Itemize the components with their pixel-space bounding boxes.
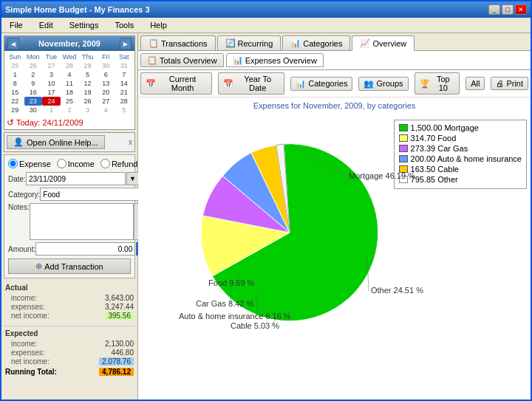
cal-day-16[interactable]: 16 [24, 88, 43, 97]
cal-day-3dec[interactable]: 3 [78, 106, 97, 114]
cal-day-5dec[interactable]: 5 [115, 106, 133, 114]
groups-icon: 👥 [364, 79, 374, 89]
cal-day-27[interactable]: 27 [97, 97, 115, 106]
cal-day-25[interactable]: 25 [61, 97, 79, 106]
cal-day-18[interactable]: 18 [61, 88, 79, 97]
add-transaction-button[interactable]: ⊕ Add Transaction [8, 258, 131, 274]
expected-income-label: income: [5, 340, 37, 348]
cal-day-28oct[interactable]: 28 [61, 61, 79, 70]
cal-day-12[interactable]: 12 [78, 79, 97, 88]
cal-day-23[interactable]: 23 [24, 97, 43, 106]
notes-row: Notes: [8, 203, 131, 240]
groups-button[interactable]: 👥 Groups [358, 77, 408, 91]
radio-refund[interactable]: Refund [100, 159, 137, 168]
cal-day-6[interactable]: 6 [97, 70, 115, 79]
transactions-icon: 📋 [149, 38, 159, 48]
maximize-button[interactable]: □ [502, 4, 514, 15]
overview-icon: 📈 [360, 38, 370, 48]
categories-button[interactable]: 📊 Categories [290, 77, 352, 91]
cal-day-7[interactable]: 7 [115, 70, 133, 79]
cal-day-29[interactable]: 29 [6, 106, 24, 114]
cal-day-4[interactable]: 4 [61, 70, 79, 79]
date-label: Date: [8, 175, 26, 183]
cal-day-9[interactable]: 9 [24, 79, 43, 88]
expected-income-value: 2,130.00 [105, 340, 134, 348]
cal-day-30oct[interactable]: 30 [97, 61, 115, 70]
tab-categories[interactable]: 📊 Categories [282, 35, 350, 50]
cal-day-22[interactable]: 22 [6, 97, 24, 106]
date-dropdown-button[interactable]: ▼ [126, 172, 139, 185]
cal-day-13[interactable]: 13 [97, 79, 115, 88]
sub-tabs: 📋 Totals Overview 📊 Expenses Overview [138, 51, 531, 70]
day-thu: Thu [78, 52, 97, 61]
expected-net-row: net income: 2,078.76 [5, 357, 134, 366]
minimize-button[interactable]: _ [488, 4, 500, 15]
cal-day-27oct[interactable]: 27 [42, 61, 61, 70]
cal-day-26[interactable]: 26 [78, 97, 97, 106]
cal-day-1dec[interactable]: 1 [42, 106, 61, 114]
calendar-next-button[interactable]: ► [120, 38, 132, 49]
print-icon: 🖨 [496, 79, 504, 88]
notes-wrapper [30, 203, 143, 240]
current-month-button[interactable]: 📅 Current Month [140, 72, 212, 95]
open-help-button[interactable]: 👤 Open Online Help... [7, 135, 105, 149]
print-button[interactable]: 🖨 Print [491, 77, 528, 90]
cal-day-24[interactable]: 24 [42, 97, 61, 106]
cal-day-2[interactable]: 2 [24, 70, 43, 79]
recurring-icon: 🔄 [225, 38, 236, 48]
cal-day-5[interactable]: 5 [78, 70, 97, 79]
actual-expenses-value: 3,247.44 [105, 303, 134, 311]
menu-settings[interactable]: Settings [65, 19, 103, 31]
cal-day-29oct[interactable]: 29 [78, 61, 97, 70]
cal-day-31oct[interactable]: 31 [115, 61, 133, 70]
cal-day-2dec[interactable]: 2 [61, 106, 79, 114]
cal-day-28[interactable]: 28 [115, 97, 133, 106]
menu-help[interactable]: Help [146, 19, 171, 31]
menu-edit[interactable]: Edit [35, 19, 58, 31]
cal-day-20[interactable]: 20 [97, 88, 115, 97]
day-mon: Mon [24, 52, 43, 61]
expected-section: Expected income: 2,130.00 expenses: 446.… [4, 326, 135, 379]
date-row: Date: ▼ [8, 172, 131, 185]
cal-day-4dec[interactable]: 4 [97, 106, 115, 114]
calendar-days: 25 26 27 28 29 30 31 1 2 3 4 5 6 [6, 61, 133, 114]
cal-day-1[interactable]: 1 [6, 70, 24, 79]
cal-day-11[interactable]: 11 [61, 79, 79, 88]
help-close-button[interactable]: x [129, 138, 132, 146]
cal-day-8[interactable]: 8 [6, 79, 24, 88]
actual-header: Actual [5, 284, 28, 292]
top10-button[interactable]: 🏆 Top 10 [415, 72, 460, 95]
subtab-totals[interactable]: 📋 Totals Overview [140, 53, 224, 67]
cal-day-25oct[interactable]: 25 [6, 61, 24, 70]
cal-day-17[interactable]: 17 [42, 88, 61, 97]
cal-day-14[interactable]: 14 [115, 79, 133, 88]
cal-day-26oct[interactable]: 26 [24, 61, 43, 70]
help-icon: 👤 [13, 137, 24, 147]
notes-label: Notes: [8, 203, 30, 211]
tab-recurring[interactable]: 🔄 Recurring [217, 35, 282, 50]
menu-tools[interactable]: Tools [110, 19, 138, 31]
cal-day-10[interactable]: 10 [42, 79, 61, 88]
cal-day-30[interactable]: 30 [24, 106, 43, 114]
category-label: Category: [8, 191, 40, 199]
tab-transactions[interactable]: 📋 Transactions [140, 35, 216, 50]
notes-input[interactable] [30, 203, 134, 240]
menu-file[interactable]: File [5, 19, 27, 31]
cal-day-21[interactable]: 21 [115, 88, 133, 97]
amount-input[interactable] [35, 242, 135, 256]
cal-day-3[interactable]: 3 [42, 70, 61, 79]
all-button[interactable]: All [466, 77, 485, 90]
actual-income-label: income: [5, 294, 37, 302]
subtab-expenses[interactable]: 📊 Expenses Overview [226, 53, 324, 67]
year-to-date-button[interactable]: 📅 Year To Date [218, 72, 284, 95]
calendar-prev-button[interactable]: ◄ [7, 38, 19, 49]
category-input[interactable] [40, 188, 140, 201]
window-controls: _ □ ✕ [488, 4, 527, 15]
cal-day-15[interactable]: 15 [6, 88, 24, 97]
radio-income[interactable]: Income [57, 159, 95, 168]
tab-overview[interactable]: 📈 Overview [352, 35, 415, 51]
close-button[interactable]: ✕ [515, 4, 527, 15]
date-input[interactable] [26, 172, 126, 185]
radio-expense[interactable]: Expense [8, 159, 51, 168]
cal-day-19[interactable]: 19 [78, 88, 97, 97]
